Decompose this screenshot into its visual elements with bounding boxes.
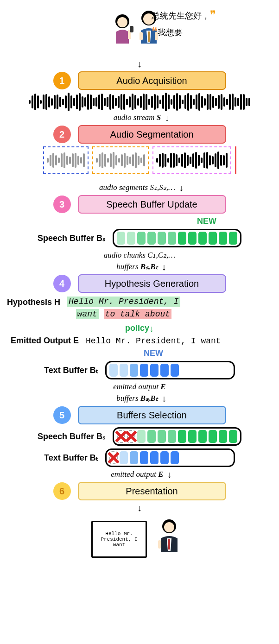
step-4-block: Hypothesis Generation bbox=[78, 274, 226, 293]
segment-3 bbox=[152, 146, 231, 174]
text-buffer-box-2 bbox=[105, 448, 235, 467]
audio-stream-label: audio stream S bbox=[114, 113, 161, 122]
svg-rect-3 bbox=[130, 26, 133, 32]
emitted-output-sublabel: emitted output E bbox=[111, 470, 163, 479]
step-3-block: Speech Buffer Update bbox=[78, 195, 226, 214]
arrow-down-icon: ↓ bbox=[165, 113, 169, 122]
presenter-illustration bbox=[151, 516, 188, 558]
presentation-scene: Hello Mr. President, I want bbox=[7, 516, 272, 558]
speech-line1: 总统先生您好， bbox=[152, 11, 210, 20]
svg-point-1 bbox=[117, 17, 127, 27]
step-3-circle: 3 bbox=[53, 196, 71, 213]
emitted-output-label: Emitted Output E bbox=[11, 336, 79, 346]
step-6-block: Presentation bbox=[78, 482, 226, 500]
step-1: 1 Audio Acquisition bbox=[7, 71, 272, 90]
hypothesis-text: Hello Mr. President, I want to talk abou… bbox=[67, 296, 180, 321]
speech-buffer-box bbox=[113, 229, 241, 247]
presentation-screen: Hello Mr. President, I want bbox=[91, 521, 147, 558]
text-buffer-label: Text Buffer Bₜ bbox=[44, 453, 98, 463]
speech-bubble: 总统先生您好，❞ ❝我想要 bbox=[152, 6, 244, 40]
arrow-down-icon: ↓ bbox=[7, 59, 272, 69]
arrow-down-icon: ↓ bbox=[162, 262, 166, 271]
quote-icon: ❞ bbox=[210, 8, 216, 21]
step-5-block: Buffers Selection bbox=[78, 406, 226, 424]
segment-2 bbox=[92, 146, 149, 174]
interview-scene: 总统先生您好，❞ ❝我想要 bbox=[7, 6, 272, 57]
svg-rect-12 bbox=[158, 540, 161, 549]
speech-line2: 我想要 bbox=[158, 28, 183, 37]
text-buffer-row: Text Buffer Bₜ bbox=[7, 361, 272, 379]
step-6: 6 Presentation bbox=[7, 482, 272, 500]
buffers-label: buffers Bₛ,Bₜ bbox=[116, 262, 158, 271]
svg-rect-6 bbox=[148, 32, 150, 42]
step-3: 3 Speech Buffer Update bbox=[7, 195, 272, 214]
svg-point-10 bbox=[164, 522, 174, 532]
speech-buffer-row-2: Speech Buffer Bₛ bbox=[7, 427, 272, 446]
svg-rect-7 bbox=[140, 32, 143, 40]
emitted-output-row: Emitted Output E Hello Mr. President, I … bbox=[7, 336, 272, 346]
new-label-blue: NEW bbox=[7, 348, 272, 358]
segment-1 bbox=[43, 146, 89, 174]
speech-buffer-box-2 bbox=[113, 427, 241, 446]
speech-buffer-label: Speech Buffer Bₛ bbox=[38, 431, 106, 442]
audio-segments-label: audio segments S₁,S₂,… bbox=[99, 183, 175, 192]
hypothesis-label: Hypothesis H bbox=[7, 296, 60, 307]
quote-icon: ❝ bbox=[152, 25, 158, 38]
emitted-output-sublabel: emitted output E bbox=[113, 382, 165, 391]
policy-label: policy bbox=[125, 323, 149, 333]
arrow-down-icon: ↓ bbox=[167, 470, 172, 479]
step-2: 2 Audio Segmentation bbox=[7, 125, 272, 144]
buffers-label: buffers Bₛ,Bₜ bbox=[116, 393, 158, 403]
speech-buffer-row: Speech Buffer Bₛ bbox=[7, 229, 272, 247]
segment-end-bar bbox=[235, 146, 236, 174]
audio-chunks-label: audio chunks C₁,C₂,… bbox=[104, 251, 176, 259]
step-1-circle: 1 bbox=[53, 72, 71, 89]
svg-rect-11 bbox=[168, 539, 170, 549]
arrow-down-icon: ↓ bbox=[7, 503, 272, 512]
step-6-circle: 6 bbox=[53, 482, 71, 500]
segmented-waveforms bbox=[7, 146, 272, 174]
arrow-down-icon: ↓ bbox=[162, 394, 166, 403]
waveform-full bbox=[7, 93, 272, 111]
step-5: 5 Buffers Selection bbox=[7, 406, 272, 424]
step-1-block: Audio Acquisition bbox=[78, 71, 226, 90]
step-2-circle: 2 bbox=[53, 126, 71, 143]
text-buffer-label: Text Buffer Bₜ bbox=[44, 365, 98, 375]
new-label-green: NEW bbox=[7, 216, 272, 226]
text-buffer-box bbox=[105, 361, 235, 379]
hypothesis-row: Hypothesis H Hello Mr. President, I want… bbox=[7, 296, 272, 321]
step-4: 4 Hypothesis Generation bbox=[7, 274, 272, 293]
speech-buffer-label: Speech Buffer Bₛ bbox=[38, 233, 106, 243]
arrow-down-icon: ↓ bbox=[149, 324, 154, 333]
step-5-circle: 5 bbox=[53, 406, 71, 424]
text-buffer-row-2: Text Buffer Bₜ bbox=[7, 448, 272, 467]
emitted-output-text: Hello Mr. President, I want bbox=[86, 336, 221, 346]
step-4-circle: 4 bbox=[53, 275, 71, 292]
step-2-block: Audio Segmentation bbox=[78, 125, 226, 144]
arrow-down-icon: ↓ bbox=[179, 183, 184, 192]
